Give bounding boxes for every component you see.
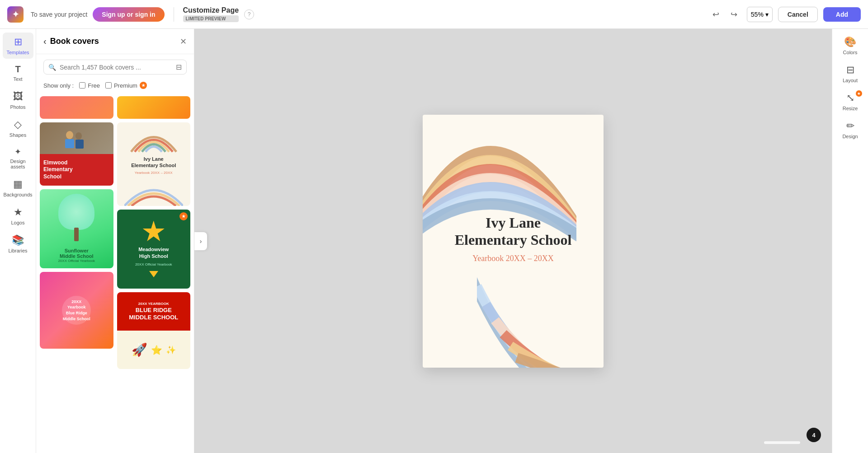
filter-icon[interactable]: ⊟ bbox=[176, 63, 182, 71]
page-title: Customize Page bbox=[183, 6, 239, 14]
app-logo: ✦ bbox=[7, 6, 24, 23]
free-checkbox[interactable] bbox=[79, 82, 85, 89]
rainbow-bottom-svg bbox=[477, 268, 604, 368]
limited-preview-badge: LIMITED PREVIEW bbox=[183, 15, 239, 22]
sidebar-item-label: Templates bbox=[6, 50, 29, 55]
layout-icon: ⊟ bbox=[846, 64, 854, 76]
sidebar-item-label: Photos bbox=[10, 104, 25, 110]
sidebar-item-colors[interactable]: 🎨 Colors bbox=[835, 33, 866, 59]
colors-icon: 🎨 bbox=[844, 36, 856, 48]
expand-panel-button[interactable]: › bbox=[194, 232, 207, 250]
templates-col-0: 20XX YEARBOOK bbox=[40, 93, 113, 446]
show-only-bar: Show only : Free Premium ★ bbox=[36, 80, 194, 93]
template-card-orange-top[interactable] bbox=[117, 96, 191, 119]
resize-pro-badge: ★ bbox=[856, 90, 862, 97]
sidebar-item-label: Colors bbox=[843, 50, 858, 55]
sidebar-item-label: Shapes bbox=[9, 132, 26, 138]
canvas-area: › Ivy Lane Elementary School Yearbook 20… bbox=[194, 29, 832, 453]
signup-button[interactable]: Sign up or sign in bbox=[93, 7, 164, 22]
sidebar-item-label: Text bbox=[13, 76, 22, 82]
shapes-icon: ◇ bbox=[14, 119, 22, 131]
sidebar-item-label: Backgrounds bbox=[3, 192, 32, 197]
svg-point-1 bbox=[75, 132, 82, 140]
template-card-elmwood[interactable]: ElmwoodElementarySchool bbox=[40, 122, 113, 186]
template-card-blueridge-pink[interactable]: 20XX YearbookBlue RidgeMiddle School bbox=[40, 272, 113, 349]
save-prompt: To save your project bbox=[31, 11, 87, 18]
sidebar-item-label: Libraries bbox=[8, 248, 27, 253]
sidebar-item-design[interactable]: ✏ Design bbox=[835, 117, 866, 143]
sidebar-item-resize[interactable]: ⤡ Resize ★ bbox=[835, 89, 866, 115]
free-checkbox-label[interactable]: Free bbox=[79, 82, 100, 89]
premium-checkbox[interactable] bbox=[105, 82, 112, 89]
template-card-sunflower[interactable]: SunflowerMiddle School 20XX Official Yea… bbox=[40, 189, 113, 268]
templates-icon: ⊞ bbox=[14, 36, 22, 48]
template-card-blueridge-red[interactable]: 20XX YEARBOOK BLUE RIDGEMIDDLE SCHOOL 🚀 … bbox=[117, 292, 191, 369]
resize-icon: ⤡ bbox=[846, 92, 854, 104]
right-sidebar: 🎨 Colors ⊟ Layout ⤡ Resize ★ ✏ Design bbox=[832, 29, 868, 453]
yearbook-text: Yearbook 20XX – 20XX bbox=[450, 254, 576, 263]
topbar: ✦ To save your project Sign up or sign i… bbox=[0, 0, 868, 29]
template-card-photo[interactable]: 20XX YEARBOOK bbox=[40, 96, 113, 119]
zoom-chevron-icon: ▾ bbox=[765, 11, 769, 18]
book-text-block: Ivy Lane Elementary School Yearbook 20XX… bbox=[450, 214, 576, 263]
template-card-ivy[interactable]: Ivy LaneElementary School Yearbook 20XX … bbox=[117, 122, 191, 206]
scrollbar-hint bbox=[764, 441, 800, 444]
backgrounds-icon: ▦ bbox=[13, 178, 23, 190]
premium-label: Premium bbox=[114, 82, 137, 89]
sidebar-item-photos[interactable]: 🖼 Photos bbox=[3, 87, 33, 113]
undo-button[interactable]: ↩ bbox=[709, 7, 723, 22]
panel-header: ‹ Book covers ✕ bbox=[36, 29, 194, 54]
sidebar-item-design-assets[interactable]: ✦ Design assets bbox=[3, 143, 33, 173]
premium-checkbox-label[interactable]: Premium ★ bbox=[105, 82, 147, 89]
design-icon: ✏ bbox=[846, 120, 854, 132]
panel-title: Book covers bbox=[50, 37, 176, 46]
panel-close-button[interactable]: ✕ bbox=[180, 37, 187, 47]
left-sidebar: ⊞ Templates T Text 🖼 Photos ◇ Shapes ✦ D… bbox=[0, 29, 36, 453]
sidebar-item-label: Design bbox=[842, 134, 858, 139]
photos-icon: 🖼 bbox=[13, 91, 23, 103]
free-label: Free bbox=[88, 82, 100, 89]
sidebar-item-label: Resize bbox=[843, 106, 858, 111]
search-input[interactable] bbox=[60, 64, 172, 71]
main-content: ⊞ Templates T Text 🖼 Photos ◇ Shapes ✦ D… bbox=[0, 29, 868, 453]
sidebar-item-layout[interactable]: ⊟ Layout bbox=[835, 61, 866, 87]
templates-col-1: Ivy LaneElementary School Yearbook 20XX … bbox=[117, 93, 191, 446]
template-card-meadow[interactable]: MeadowviewHigh School 20XX Official Year… bbox=[117, 210, 191, 289]
sidebar-item-label: Logos bbox=[11, 220, 25, 225]
zoom-selector[interactable]: 55% ▾ bbox=[747, 7, 773, 22]
sidebar-item-label: Design assets bbox=[5, 159, 31, 169]
sidebar-item-backgrounds[interactable]: ▦ Backgrounds bbox=[3, 175, 33, 201]
panel-back-button[interactable]: ‹ bbox=[43, 36, 47, 47]
show-only-label: Show only : bbox=[43, 82, 74, 89]
sidebar-item-logos[interactable]: ★ Logos bbox=[3, 203, 33, 229]
premium-badge-icon: ★ bbox=[140, 82, 147, 89]
zoom-value: 55% bbox=[751, 11, 764, 18]
logos-icon: ★ bbox=[14, 206, 23, 218]
page-counter: 4 bbox=[807, 428, 821, 442]
svg-rect-2 bbox=[65, 139, 74, 148]
libraries-icon: 📚 bbox=[12, 234, 24, 246]
school-name: Ivy Lane Elementary School bbox=[450, 214, 576, 248]
book-canvas: Ivy Lane Elementary School Yearbook 20XX… bbox=[423, 115, 604, 368]
help-icon[interactable]: ? bbox=[244, 9, 254, 19]
redo-button[interactable]: ↪ bbox=[727, 7, 741, 22]
premium-badge: ★ bbox=[179, 212, 188, 220]
sidebar-item-templates[interactable]: ⊞ Templates bbox=[3, 33, 33, 59]
sidebar-item-shapes[interactable]: ◇ Shapes bbox=[3, 115, 33, 141]
sidebar-item-libraries[interactable]: 📚 Libraries bbox=[3, 231, 33, 257]
sidebar-item-label: Layout bbox=[843, 78, 858, 83]
undo-redo-group: ↩ ↪ bbox=[709, 7, 741, 22]
svg-point-0 bbox=[66, 131, 73, 139]
add-button[interactable]: Add bbox=[823, 7, 861, 22]
search-bar: 🔍 ⊟ bbox=[43, 60, 187, 75]
templates-grid: 20XX YEARBOOK bbox=[36, 93, 194, 453]
design-assets-icon: ✦ bbox=[14, 147, 21, 157]
panel: ‹ Book covers ✕ 🔍 ⊟ Show only : Free Pre… bbox=[36, 29, 194, 453]
text-icon: T bbox=[15, 64, 20, 75]
sidebar-item-text[interactable]: T Text bbox=[3, 61, 33, 85]
cancel-button[interactable]: Cancel bbox=[778, 7, 818, 22]
search-icon: 🔍 bbox=[48, 64, 56, 71]
svg-rect-3 bbox=[75, 140, 84, 149]
topbar-divider bbox=[174, 7, 174, 22]
